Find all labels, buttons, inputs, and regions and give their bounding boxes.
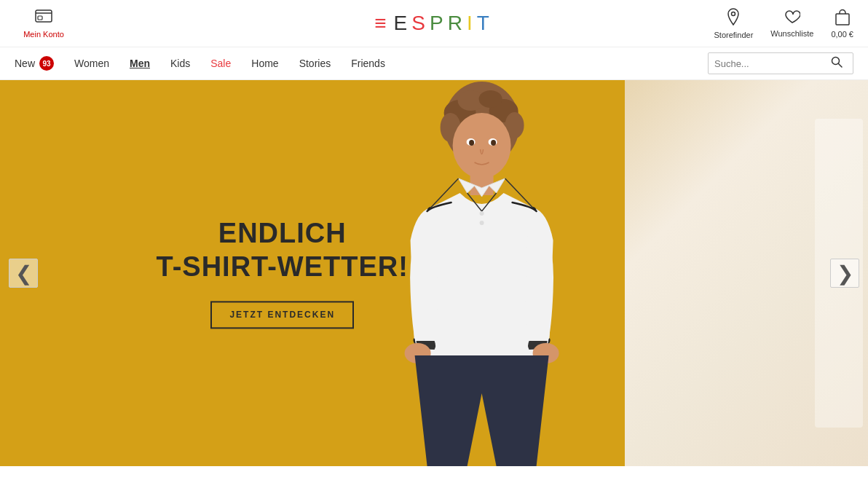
- wishlist-label: Wunschliste: [770, 29, 813, 38]
- nav-new-badge: 93: [39, 56, 54, 71]
- account-icon: [34, 9, 53, 28]
- hero-headline: ENDLICH T-SHIRT-WETTER!: [157, 217, 409, 283]
- search-icon[interactable]: [831, 56, 843, 71]
- search-container: [708, 52, 853, 74]
- nav-item-stories[interactable]: Stories: [299, 55, 331, 72]
- account-button[interactable]: Mein Konto: [15, 9, 73, 39]
- svg-point-20: [480, 211, 484, 216]
- hero-headline-line1: ENDLICH: [218, 218, 347, 248]
- header-right-icons: Storefinder Wunschliste 0,00 €: [714, 8, 853, 39]
- logo-i: I: [467, 12, 477, 35]
- svg-point-21: [480, 221, 484, 225]
- cart-icon: [835, 9, 851, 30]
- svg-point-3: [732, 12, 735, 15]
- wishlist-icon: [784, 9, 800, 28]
- nav-item-friends[interactable]: Friends: [351, 55, 385, 72]
- hero-section: ENDLICH T-SHIRT-WETTER! JETZT ENTDECKEN …: [0, 80, 868, 466]
- cart-price: 0,00 €: [831, 30, 853, 39]
- svg-point-13: [479, 90, 502, 108]
- nav-item-women[interactable]: Women: [74, 55, 109, 72]
- account-label: Mein Konto: [23, 30, 64, 39]
- search-input[interactable]: [714, 58, 831, 69]
- svg-rect-4: [836, 14, 849, 25]
- hero-headline-line2: T-SHIRT-WETTER!: [157, 251, 409, 282]
- svg-point-14: [453, 113, 511, 178]
- hero-next-arrow[interactable]: ❯: [830, 259, 859, 288]
- storefinder-icon: [726, 8, 741, 29]
- nav-item-kids[interactable]: Kids: [170, 55, 190, 72]
- hero-text-block: ENDLICH T-SHIRT-WETTER! JETZT ENTDECKEN: [157, 217, 409, 328]
- site-header: Mein Konto ≡ E S P R I T Storefinder: [0, 0, 868, 47]
- storefinder-label: Storefinder: [714, 31, 753, 39]
- svg-point-19: [491, 140, 496, 146]
- storefinder-button[interactable]: Storefinder: [714, 8, 753, 39]
- hero-cta-button[interactable]: JETZT ENTDECKEN: [210, 302, 354, 329]
- cart-button[interactable]: 0,00 €: [831, 9, 853, 39]
- hero-prev-arrow[interactable]: ❮: [9, 259, 38, 288]
- logo-dash: ≡: [374, 12, 390, 35]
- site-logo[interactable]: ≡ E S P R I T: [374, 12, 494, 35]
- logo-p: P: [430, 12, 448, 35]
- main-nav: New 93 Women Men Kids Sale Home Stories …: [0, 47, 868, 80]
- nav-item-new[interactable]: New 93: [15, 56, 54, 71]
- svg-line-6: [839, 64, 843, 68]
- logo-r: R: [448, 12, 467, 35]
- logo-s: S: [411, 12, 430, 35]
- nav-item-men[interactable]: Men: [130, 55, 150, 72]
- wishlist-button[interactable]: Wunschliste: [770, 9, 813, 38]
- svg-rect-2: [38, 16, 42, 20]
- nav-new-label: New: [15, 58, 35, 69]
- svg-point-18: [469, 140, 474, 146]
- logo-t: T: [477, 12, 494, 35]
- nav-item-sale[interactable]: Sale: [210, 55, 231, 72]
- logo-e: E: [394, 12, 412, 35]
- nav-item-home[interactable]: Home: [251, 55, 278, 72]
